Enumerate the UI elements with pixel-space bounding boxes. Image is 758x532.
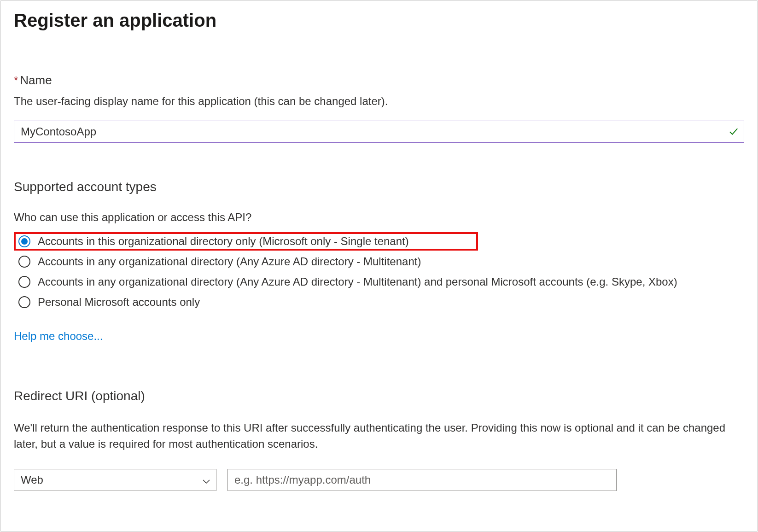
register-app-form: Register an application * Name The user-… [0,0,758,532]
redirect-uri-description: We'll return the authentication response… [14,420,737,452]
check-icon [729,127,739,137]
radio-button[interactable] [18,296,30,308]
platform-select-wrapper: Web [14,469,216,491]
radio-option-personal-only[interactable]: Personal Microsoft accounts only [14,293,744,311]
name-input-wrapper [14,121,744,143]
radio-label: Accounts in this organizational director… [38,235,409,248]
name-input[interactable] [14,121,744,143]
radio-option-single-tenant[interactable]: Accounts in this organizational director… [14,232,478,251]
redirect-uri-input[interactable] [227,469,617,491]
name-description: The user-facing display name for this ap… [14,95,744,108]
platform-select[interactable]: Web [14,469,216,491]
radio-button[interactable] [18,256,30,268]
radio-dot-icon [21,238,28,245]
redirect-uri-row: Web [14,469,744,491]
radio-label: Accounts in any organizational directory… [38,275,677,288]
account-types-radio-group: Accounts in this organizational director… [14,232,744,311]
radio-button[interactable] [18,276,30,288]
account-types-subtext: Who can use this application or access t… [14,211,744,224]
radio-option-multitenant-personal[interactable]: Accounts in any organizational directory… [14,273,744,291]
name-label: Name [20,73,52,88]
help-me-choose-link[interactable]: Help me choose... [14,330,103,343]
name-label-row: * Name [14,73,744,88]
radio-label: Personal Microsoft accounts only [38,296,200,309]
radio-option-multitenant[interactable]: Accounts in any organizational directory… [14,252,744,271]
account-types-heading: Supported account types [14,180,744,194]
redirect-uri-heading: Redirect URI (optional) [14,389,744,403]
page-title: Register an application [14,10,744,31]
required-asterisk: * [14,74,18,87]
radio-label: Accounts in any organizational directory… [38,255,421,268]
radio-button[interactable] [18,235,30,247]
